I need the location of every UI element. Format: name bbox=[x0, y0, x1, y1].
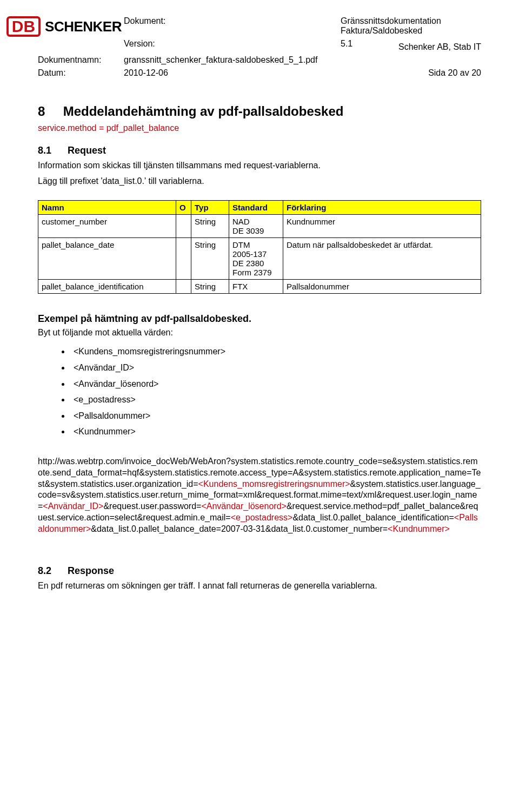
cell-forklaring: Datum när pallsaldobeskedet är utfärdat. bbox=[283, 237, 481, 279]
example-intro: Byt ut följande mot aktuella värden: bbox=[38, 327, 481, 339]
dokument-line2: Faktura/Saldobesked bbox=[341, 26, 422, 35]
list-item: <Användar_ID> bbox=[70, 360, 481, 376]
table-row: customer_number String NAD DE 3039 Kundn… bbox=[38, 214, 481, 237]
list-item: <Kundens_momsregistreringsnummer> bbox=[70, 344, 481, 360]
cell-namn: pallet_balance_identification bbox=[38, 279, 176, 293]
section-8-title: Meddelandehämtning av pdf-pallsaldobeske… bbox=[63, 104, 344, 118]
url-var: <Användar_ID> bbox=[43, 501, 103, 511]
section-8-number: 8 bbox=[38, 104, 59, 119]
cell-typ: String bbox=[191, 237, 229, 279]
section-8-1-number: 8.1 bbox=[38, 145, 65, 156]
url-var: <Kundnummer> bbox=[388, 524, 450, 533]
th-typ: Typ bbox=[191, 200, 229, 214]
cell-standard: FTX bbox=[229, 279, 283, 293]
variables-table: Namn O Typ Standard Förklaring customer_… bbox=[38, 200, 481, 294]
section-8-2-heading: 8.2 Response bbox=[38, 565, 481, 577]
section-8-1-p2: Lägg till prefixet 'data_list.0.' till v… bbox=[38, 175, 481, 187]
section-8-2-p: En pdf returneras om sökningen ger träff… bbox=[38, 580, 481, 592]
th-standard: Standard bbox=[229, 200, 283, 214]
list-item: <Kundnummer> bbox=[70, 424, 481, 440]
url-var: <Användar_lösenord> bbox=[201, 501, 286, 511]
list-item: <Pallsaldonummer> bbox=[70, 408, 481, 424]
th-forklaring: Förklaring bbox=[283, 200, 481, 214]
value-dokument: Gränssnittsdokumentation Faktura/Saldobe… bbox=[341, 16, 481, 36]
url-var: <Kundens_momsregistreringsnummer> bbox=[198, 479, 350, 488]
section-8-1-title: Request bbox=[68, 145, 106, 156]
th-o: O bbox=[176, 200, 191, 214]
example-url: http://was.webtrp.com/invoice_docWeb/Web… bbox=[38, 456, 481, 535]
cell-o bbox=[176, 237, 191, 279]
section-8-1-heading: 8.1 Request bbox=[38, 145, 481, 156]
label-version: Version: bbox=[124, 39, 338, 49]
label-dokument: Dokument: bbox=[124, 16, 338, 26]
cell-forklaring: Pallsaldonummer bbox=[283, 279, 481, 293]
document-header: Dokument: Gränssnittsdokumentation Faktu… bbox=[38, 16, 481, 78]
label-datum: Datum: bbox=[38, 68, 122, 78]
cell-typ: String bbox=[191, 279, 229, 293]
section-8-1-p1: Information som skickas till tjänsten ti… bbox=[38, 160, 481, 171]
page-number: Sida 20 av 20 bbox=[341, 68, 481, 78]
section-8-2-number: 8.2 bbox=[38, 565, 65, 577]
cell-standard: DTM 2005-137 DE 2380 Form 2379 bbox=[229, 237, 283, 279]
table-header-row: Namn O Typ Standard Förklaring bbox=[38, 200, 481, 214]
url-part: &data_list.0.pallet_balance_identificati… bbox=[292, 513, 454, 522]
list-item: <e_postadress> bbox=[70, 392, 481, 408]
url-part: &data_list.0.pallet_balance_date=2007-03… bbox=[91, 524, 388, 533]
url-part: &request.user.password= bbox=[103, 501, 201, 511]
list-item: <Användar_lösenord> bbox=[70, 376, 481, 392]
brand-logo: DB SCHENKER bbox=[38, 16, 122, 37]
org-name: Schenker AB, Stab IT bbox=[341, 42, 481, 52]
cell-typ: String bbox=[191, 214, 229, 237]
cell-forklaring: Kundnummer bbox=[283, 214, 481, 237]
section-8-heading: 8 Meddelandehämtning av pdf-pallsaldobes… bbox=[38, 104, 481, 119]
th-namn: Namn bbox=[38, 200, 176, 214]
example-placeholder-list: <Kundens_momsregistreringsnummer> <Använ… bbox=[70, 344, 481, 440]
dokument-line1: Gränssnittsdokumentation bbox=[341, 16, 441, 25]
section-8-2-title: Response bbox=[68, 565, 114, 576]
cell-namn: pallet_balance_date bbox=[38, 237, 176, 279]
cell-standard: NAD DE 3039 bbox=[229, 214, 283, 237]
service-method-line: service.method = pdf_pallet_balance bbox=[38, 122, 481, 134]
cell-namn: customer_number bbox=[38, 214, 176, 237]
url-var: <e_postadress> bbox=[231, 513, 293, 522]
label-dokumentnamn: Dokumentnamn: bbox=[38, 55, 122, 65]
cell-o bbox=[176, 214, 191, 237]
cell-o bbox=[176, 279, 191, 293]
schenker-wordmark: SCHENKER bbox=[45, 18, 122, 35]
value-datum: 2010-12-06 bbox=[124, 68, 338, 78]
table-row: pallet_balance_date String DTM 2005-137 … bbox=[38, 237, 481, 279]
table-row: pallet_balance_identification String FTX… bbox=[38, 279, 481, 293]
value-dokumentnamn: granssnitt_schenker_faktura-saldobesked_… bbox=[124, 55, 481, 65]
db-logo-icon: DB bbox=[6, 16, 41, 37]
example-heading: Exempel på hämtning av pdf-pallsaldobesk… bbox=[38, 313, 481, 325]
